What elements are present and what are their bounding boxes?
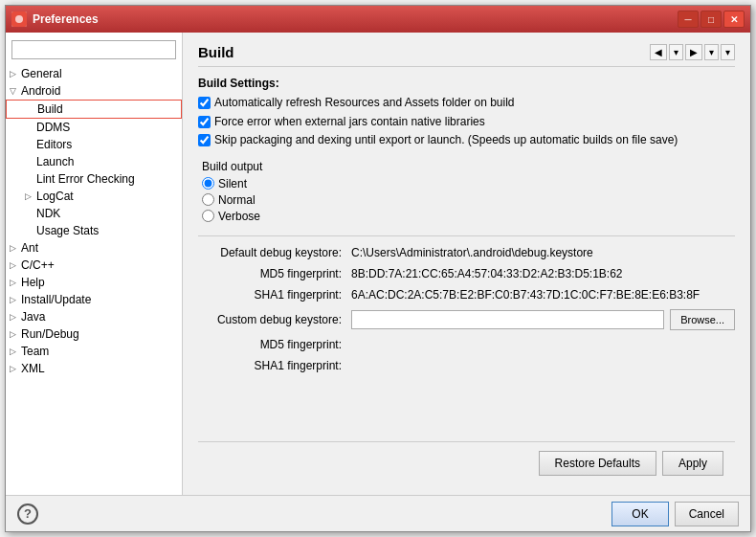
search-box	[11, 40, 176, 59]
expand-icon: ▷	[10, 347, 21, 356]
force-error-label: Force error when external jars contain n…	[214, 115, 485, 130]
sidebar: ▷ General ▽ Android Build DDMS Editors	[6, 33, 183, 495]
silent-radio[interactable]	[202, 177, 214, 190]
sidebar-item-general[interactable]: ▷ General	[6, 65, 182, 82]
sha1-value: 6A:AC:DC:2A:C5:7B:E2:BF:C0:B7:43:7D:1C:0…	[351, 288, 735, 302]
sidebar-item-label: Android	[21, 84, 60, 98]
restore-defaults-button[interactable]: Restore Defaults	[539, 451, 656, 476]
md5-row: MD5 fingerprint: 8B:DD:7A:21:CC:65:A4:57…	[198, 267, 735, 280]
silent-label: Silent	[218, 177, 247, 190]
sidebar-item-android[interactable]: ▽ Android	[6, 82, 182, 100]
window-controls: ─ □ ✕	[678, 11, 745, 28]
skip-packaging-label: Skip packaging and dexing until export o…	[214, 133, 678, 148]
content-header: Build ◀ ▾ ▶ ▾ ▾	[198, 44, 735, 67]
verbose-radio[interactable]	[202, 210, 214, 222]
expand-icon: ▷	[10, 295, 21, 304]
force-error-row: Force error when external jars contain n…	[198, 115, 735, 130]
nav-back-button[interactable]: ◀	[650, 44, 667, 60]
sidebar-item-lint-error-checking[interactable]: Lint Error Checking	[6, 170, 182, 188]
sidebar-item-label: LogCat	[36, 190, 74, 203]
build-output-label: Build output	[202, 160, 735, 173]
build-output-section: Build output Silent Normal Verbose	[202, 160, 735, 226]
expand-icon: ▷	[25, 191, 36, 201]
sidebar-item-ddms[interactable]: DDMS	[6, 119, 182, 136]
nav-forward-dropdown-button[interactable]: ▾	[704, 44, 719, 60]
expand-icon: ▷	[10, 278, 21, 287]
auto-refresh-row: Automatically refresh Resources and Asse…	[198, 96, 735, 111]
cancel-button[interactable]: Cancel	[675, 502, 739, 526]
sidebar-item-ndk[interactable]: NDK	[6, 205, 182, 222]
custom-keystore-label: Custom debug keystore:	[198, 313, 351, 326]
custom-keystore-input[interactable]	[351, 310, 664, 329]
bottom-bar: Restore Defaults Apply	[198, 441, 735, 483]
normal-radio[interactable]	[202, 193, 214, 206]
nav-forward-button[interactable]: ▶	[685, 44, 702, 60]
custom-keystore-input-row: Browse...	[351, 309, 735, 330]
skip-packaging-checkbox[interactable]	[198, 134, 211, 146]
nav-dropdown-button[interactable]: ▾	[669, 44, 683, 60]
close-button[interactable]: ✕	[723, 11, 745, 28]
sidebar-item-label: Lint Error Checking	[36, 172, 135, 186]
normal-label: Normal	[218, 193, 256, 207]
sidebar-item-label: DDMS	[36, 121, 70, 134]
sidebar-item-label: XML	[21, 362, 45, 375]
sidebar-item-launch[interactable]: Launch	[6, 153, 182, 170]
sidebar-item-label: Help	[21, 276, 45, 289]
expand-icon: ▷	[10, 312, 21, 322]
expand-icon: ▷	[10, 329, 21, 339]
form-table: Default debug keystore: C:\Users\Adminis…	[198, 235, 735, 380]
section-label: Build Settings:	[198, 77, 735, 90]
sidebar-item-usage-stats[interactable]: Usage Stats	[6, 222, 182, 239]
default-keystore-value: C:\Users\Administrator\.android\debug.ke…	[351, 246, 735, 259]
search-input[interactable]	[11, 40, 176, 59]
sidebar-item-ant[interactable]: ▷ Ant	[6, 239, 182, 257]
custom-sha1-row: SHA1 fingerprint:	[198, 359, 735, 372]
force-error-checkbox[interactable]	[198, 116, 211, 128]
sidebar-item-help[interactable]: ▷ Help	[6, 274, 182, 291]
svg-point-1	[15, 15, 23, 23]
help-button[interactable]: ?	[17, 503, 38, 525]
sidebar-item-run-debug[interactable]: ▷ Run/Debug	[6, 325, 182, 343]
sidebar-item-logcat[interactable]: ▷ LogCat	[6, 188, 182, 205]
window-title: Preferences	[33, 12, 678, 26]
radio-silent: Silent	[202, 177, 735, 190]
radio-verbose: Verbose	[202, 210, 735, 223]
custom-md5-label: MD5 fingerprint:	[198, 338, 351, 351]
sidebar-item-label: Build	[37, 102, 63, 116]
sidebar-item-label: Team	[21, 345, 49, 358]
sidebar-item-java[interactable]: ▷ Java	[6, 308, 182, 325]
sidebar-item-label: General	[21, 67, 62, 80]
preferences-dialog: Preferences ─ □ ✕ ▷ General ▽ Android	[5, 5, 751, 532]
ok-button[interactable]: OK	[611, 502, 668, 526]
sidebar-item-label: Ant	[21, 241, 38, 255]
expand-icon: ▽	[10, 86, 21, 96]
sidebar-item-xml[interactable]: ▷ XML	[6, 360, 182, 377]
md5-label: MD5 fingerprint:	[198, 267, 351, 280]
browse-button[interactable]: Browse...	[670, 309, 735, 330]
sidebar-item-label: Run/Debug	[21, 327, 79, 341]
default-keystore-row: Default debug keystore: C:\Users\Adminis…	[198, 246, 735, 259]
sidebar-item-label: Launch	[36, 155, 74, 168]
auto-refresh-checkbox[interactable]	[198, 97, 211, 109]
sidebar-item-install-update[interactable]: ▷ Install/Update	[6, 291, 182, 308]
sidebar-item-label: Usage Stats	[36, 224, 99, 237]
sidebar-item-build[interactable]: Build	[6, 100, 182, 119]
nav-arrows: ◀ ▾ ▶ ▾ ▾	[650, 44, 735, 60]
auto-refresh-label: Automatically refresh Resources and Asse…	[214, 96, 515, 111]
sidebar-item-cplusplus[interactable]: ▷ C/C++	[6, 257, 182, 274]
app-icon	[11, 11, 27, 27]
skip-packaging-row: Skip packaging and dexing until export o…	[198, 133, 735, 148]
default-keystore-label: Default debug keystore:	[198, 246, 351, 259]
sha1-row: SHA1 fingerprint: 6A:AC:DC:2A:C5:7B:E2:B…	[198, 288, 735, 302]
minimize-button[interactable]: ─	[678, 11, 699, 28]
nav-menu-button[interactable]: ▾	[721, 44, 735, 60]
expand-icon: ▷	[10, 243, 21, 253]
sidebar-item-team[interactable]: ▷ Team	[6, 343, 182, 360]
page-title: Build	[198, 44, 234, 60]
expand-icon: ▷	[10, 69, 21, 78]
maximize-button[interactable]: □	[700, 11, 722, 28]
sidebar-item-label: Java	[21, 310, 45, 324]
apply-button[interactable]: Apply	[662, 451, 723, 476]
sidebar-item-label: Install/Update	[21, 293, 91, 306]
sidebar-item-editors[interactable]: Editors	[6, 136, 182, 153]
